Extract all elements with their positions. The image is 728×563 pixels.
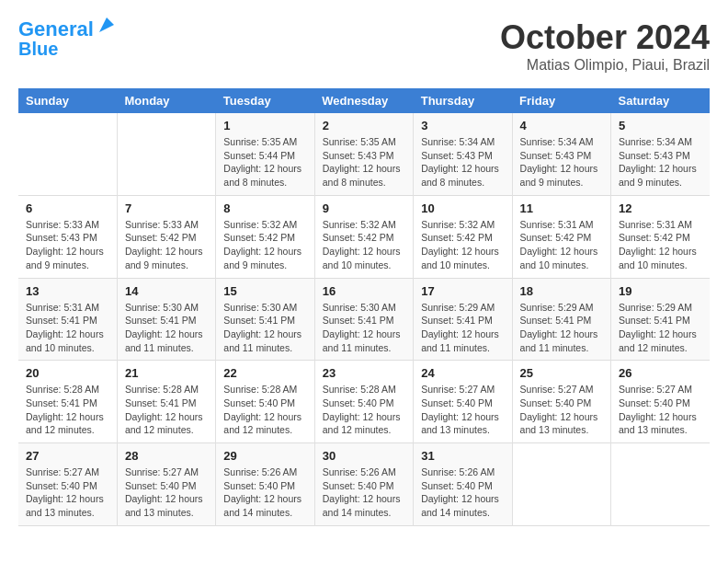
week-row-2: 6Sunrise: 5:33 AMSunset: 5:43 PMDaylight… [18,195,710,278]
day-number: 20 [26,366,109,380]
day-number: 12 [619,201,702,215]
day-info: Sunrise: 5:28 AMSunset: 5:40 PMDaylight:… [223,383,306,437]
week-row-3: 13Sunrise: 5:31 AMSunset: 5:41 PMDayligh… [18,278,710,361]
day-info: Sunrise: 5:34 AMSunset: 5:43 PMDaylight:… [520,135,603,190]
day-info: Sunrise: 5:34 AMSunset: 5:43 PMDaylight:… [619,135,702,190]
calendar-cell: 18Sunrise: 5:29 AMSunset: 5:41 PMDayligh… [512,278,610,361]
day-info: Sunrise: 5:31 AMSunset: 5:41 PMDaylight:… [26,301,109,355]
day-number: 17 [421,284,504,298]
page-header: General Blue October 2024 Matias Olimpio… [18,18,710,74]
calendar-cell [117,113,215,195]
calendar-cell: 20Sunrise: 5:28 AMSunset: 5:41 PMDayligh… [18,361,117,443]
day-info: Sunrise: 5:26 AMSunset: 5:40 PMDaylight:… [323,465,405,520]
day-number: 24 [421,366,504,380]
day-info: Sunrise: 5:26 AMSunset: 5:40 PMDaylight:… [421,465,504,520]
day-number: 7 [125,201,208,215]
calendar-cell: 15Sunrise: 5:30 AMSunset: 5:41 PMDayligh… [216,278,314,361]
calendar-cell: 12Sunrise: 5:31 AMSunset: 5:42 PMDayligh… [611,195,710,278]
calendar-cell: 23Sunrise: 5:28 AMSunset: 5:40 PMDayligh… [314,361,413,443]
day-number: 11 [520,201,603,215]
calendar-table: SundayMondayTuesdayWednesdayThursdayFrid… [18,88,710,526]
day-info: Sunrise: 5:27 AMSunset: 5:40 PMDaylight:… [125,465,208,520]
day-number: 8 [223,201,306,215]
day-number: 14 [125,284,208,298]
day-info: Sunrise: 5:32 AMSunset: 5:42 PMDaylight:… [223,218,306,272]
day-info: Sunrise: 5:35 AMSunset: 5:44 PMDaylight:… [223,135,306,190]
calendar-cell [512,443,610,526]
logo-text-general: General [18,18,94,40]
day-info: Sunrise: 5:31 AMSunset: 5:42 PMDaylight:… [520,218,603,272]
calendar-cell: 16Sunrise: 5:30 AMSunset: 5:41 PMDayligh… [314,278,413,361]
title-block: October 2024 Matias Olimpio, Piaui, Braz… [500,18,710,74]
day-info: Sunrise: 5:29 AMSunset: 5:41 PMDaylight:… [520,301,603,355]
day-info: Sunrise: 5:31 AMSunset: 5:42 PMDaylight:… [619,218,702,272]
day-number: 19 [619,284,702,298]
day-info: Sunrise: 5:28 AMSunset: 5:41 PMDaylight:… [26,383,109,437]
day-number: 16 [323,284,405,298]
week-row-4: 20Sunrise: 5:28 AMSunset: 5:41 PMDayligh… [18,361,710,443]
day-info: Sunrise: 5:27 AMSunset: 5:40 PMDaylight:… [26,465,109,520]
calendar-cell: 11Sunrise: 5:31 AMSunset: 5:42 PMDayligh… [512,195,610,278]
calendar-cell: 13Sunrise: 5:31 AMSunset: 5:41 PMDayligh… [18,278,117,361]
day-info: Sunrise: 5:32 AMSunset: 5:42 PMDaylight:… [421,218,504,272]
logo: General Blue [18,18,116,59]
day-number: 29 [223,449,306,463]
calendar-cell: 4Sunrise: 5:34 AMSunset: 5:43 PMDaylight… [512,113,610,195]
calendar-cell: 1Sunrise: 5:35 AMSunset: 5:44 PMDaylight… [216,113,314,195]
logo-text-blue: Blue [18,39,116,59]
day-info: Sunrise: 5:28 AMSunset: 5:41 PMDaylight:… [125,383,208,437]
day-header-tuesday: Tuesday [216,88,314,113]
day-number: 3 [421,119,504,132]
calendar-cell: 10Sunrise: 5:32 AMSunset: 5:42 PMDayligh… [414,195,512,278]
day-number: 25 [520,366,603,380]
day-info: Sunrise: 5:34 AMSunset: 5:43 PMDaylight:… [421,135,504,190]
calendar-cell: 19Sunrise: 5:29 AMSunset: 5:41 PMDayligh… [611,278,710,361]
day-number: 28 [125,449,208,463]
day-header-monday: Monday [117,88,215,113]
day-info: Sunrise: 5:27 AMSunset: 5:40 PMDaylight:… [421,383,504,437]
day-number: 21 [125,366,208,380]
calendar-cell: 21Sunrise: 5:28 AMSunset: 5:41 PMDayligh… [117,361,215,443]
day-number: 1 [223,119,306,132]
day-info: Sunrise: 5:29 AMSunset: 5:41 PMDaylight:… [421,301,504,355]
day-number: 9 [323,201,405,215]
day-number: 30 [323,449,405,463]
day-info: Sunrise: 5:30 AMSunset: 5:41 PMDaylight:… [125,301,208,355]
day-info: Sunrise: 5:26 AMSunset: 5:40 PMDaylight:… [223,465,306,520]
day-header-saturday: Saturday [611,88,710,113]
day-number: 27 [26,449,109,463]
calendar-cell [611,443,710,526]
day-header-wednesday: Wednesday [314,88,413,113]
day-info: Sunrise: 5:33 AMSunset: 5:43 PMDaylight:… [26,218,109,272]
day-info: Sunrise: 5:28 AMSunset: 5:40 PMDaylight:… [323,383,405,437]
day-info: Sunrise: 5:32 AMSunset: 5:42 PMDaylight:… [323,218,405,272]
month-title: October 2024 [500,18,710,57]
svg-marker-0 [99,17,114,32]
week-row-5: 27Sunrise: 5:27 AMSunset: 5:40 PMDayligh… [18,443,710,526]
day-info: Sunrise: 5:29 AMSunset: 5:41 PMDaylight:… [619,301,702,355]
day-number: 23 [323,366,405,380]
calendar-cell: 30Sunrise: 5:26 AMSunset: 5:40 PMDayligh… [314,443,413,526]
calendar-cell: 27Sunrise: 5:27 AMSunset: 5:40 PMDayligh… [18,443,117,526]
week-row-1: 1Sunrise: 5:35 AMSunset: 5:44 PMDaylight… [18,113,710,195]
day-number: 6 [26,201,109,215]
day-header-sunday: Sunday [18,88,117,113]
day-number: 2 [323,119,405,132]
calendar-cell: 6Sunrise: 5:33 AMSunset: 5:43 PMDaylight… [18,195,117,278]
day-info: Sunrise: 5:30 AMSunset: 5:41 PMDaylight:… [323,301,405,355]
calendar-cell: 3Sunrise: 5:34 AMSunset: 5:43 PMDaylight… [414,113,512,195]
day-number: 10 [421,201,504,215]
day-number: 18 [520,284,603,298]
calendar-cell: 8Sunrise: 5:32 AMSunset: 5:42 PMDaylight… [216,195,314,278]
day-number: 22 [223,366,306,380]
day-header-friday: Friday [512,88,610,113]
calendar-cell: 14Sunrise: 5:30 AMSunset: 5:41 PMDayligh… [117,278,215,361]
day-number: 4 [520,119,603,132]
day-number: 13 [26,284,109,298]
calendar-cell: 25Sunrise: 5:27 AMSunset: 5:40 PMDayligh… [512,361,610,443]
location-subtitle: Matias Olimpio, Piaui, Brazil [500,57,710,74]
calendar-cell: 29Sunrise: 5:26 AMSunset: 5:40 PMDayligh… [216,443,314,526]
calendar-cell: 28Sunrise: 5:27 AMSunset: 5:40 PMDayligh… [117,443,215,526]
calendar-cell [18,113,117,195]
calendar-cell: 26Sunrise: 5:27 AMSunset: 5:40 PMDayligh… [611,361,710,443]
